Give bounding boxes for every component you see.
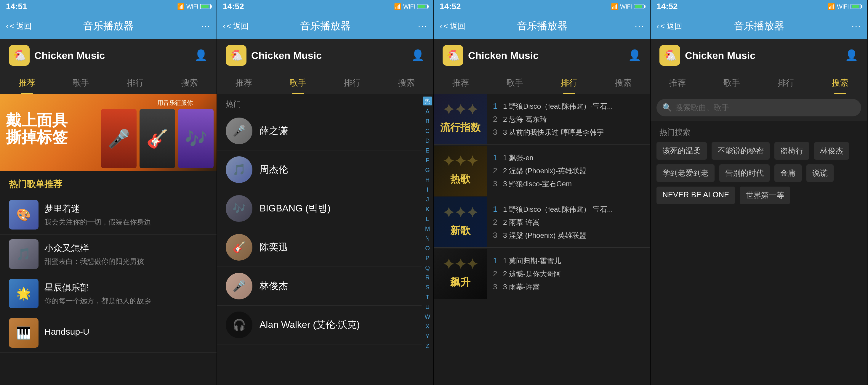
tab-charts-2[interactable]: 排行 bbox=[325, 72, 379, 94]
hot-label-2: 热门 bbox=[217, 94, 422, 111]
alpha-w[interactable]: W bbox=[425, 312, 430, 322]
alpha-p[interactable]: P bbox=[426, 253, 429, 263]
artist-name-lin: 林俊杰 bbox=[259, 280, 288, 293]
artist-xue[interactable]: 🎤 薛之谦 bbox=[217, 111, 422, 151]
tab-recommendations-2[interactable]: 推荐 bbox=[217, 72, 271, 94]
tab-charts-3[interactable]: 排行 bbox=[542, 72, 596, 94]
user-icon-2[interactable]: 👤 bbox=[411, 49, 425, 62]
tab-recommendations-4[interactable]: 推荐 bbox=[651, 72, 705, 94]
playlist-info-3: 星辰俱乐部 你的每一个远方，都是他人的故乡 bbox=[44, 282, 208, 306]
song-rising-2: 2 遗憾-是你大哥阿 bbox=[503, 269, 561, 279]
alpha-q[interactable]: Q bbox=[425, 263, 430, 273]
user-icon-1[interactable]: 👤 bbox=[194, 49, 208, 62]
more-button-3[interactable]: ··· bbox=[634, 21, 644, 32]
more-button-2[interactable]: ··· bbox=[418, 21, 428, 32]
rank-hot-3: 3 bbox=[493, 179, 500, 188]
chart-rising[interactable]: ✦✦✦ 飙升 1 1 莫问归期-霍雪儿 2 2 遗憾-是你大哥阿 3 bbox=[434, 249, 650, 299]
tab-charts-1[interactable]: 排行 bbox=[108, 72, 163, 94]
app-logo-2: 🐔 bbox=[226, 45, 246, 66]
alpha-h[interactable]: H bbox=[426, 175, 430, 185]
artist-bigbang[interactable]: 🎶 BIGBANG (빅뱅) bbox=[217, 189, 422, 228]
alpha-a[interactable]: A bbox=[426, 107, 429, 117]
hot-tag-3[interactable]: 林俊杰 bbox=[814, 142, 849, 160]
alpha-i[interactable]: I bbox=[427, 185, 428, 195]
rank-popular-1: 1 bbox=[493, 102, 500, 111]
alpha-m[interactable]: M bbox=[425, 224, 430, 234]
artist-zhou[interactable]: 🎵 周杰伦 bbox=[217, 151, 422, 189]
nav-bar-1: ‹ < 返回 音乐播放器 ··· bbox=[0, 13, 217, 39]
more-button-1[interactable]: ··· bbox=[201, 21, 211, 32]
hot-tag-8[interactable]: NEVER BE ALONE bbox=[656, 187, 735, 204]
tab-artists-2[interactable]: 歌手 bbox=[271, 72, 325, 94]
alpha-y[interactable]: Y bbox=[426, 331, 429, 341]
playlist-item-2[interactable]: 🎵 小众又怎样 甜蜜表白：我想做你的阳光男孩 bbox=[0, 234, 217, 274]
alpha-c[interactable]: C bbox=[426, 126, 430, 136]
alpha-z[interactable]: Z bbox=[426, 341, 429, 351]
alpha-t[interactable]: T bbox=[426, 292, 429, 302]
tab-artists-1[interactable]: 歌手 bbox=[54, 72, 108, 94]
artist-name-chen: 陈奕迅 bbox=[259, 241, 288, 254]
banner-1[interactable]: 戴上面具 撕掉标签 用音乐征服你 独家 🎤 🎸 🎶 bbox=[0, 94, 217, 171]
alpha-b[interactable]: B bbox=[426, 117, 429, 126]
playlist-name-4: Handsup-U bbox=[44, 327, 208, 337]
alpha-g[interactable]: G bbox=[425, 165, 430, 175]
alpha-hot[interactable]: 热 bbox=[423, 97, 432, 105]
song-new-3: 3 涅槃 (Phoenix)-英雄联盟 bbox=[503, 231, 586, 240]
alpha-d[interactable]: D bbox=[426, 136, 430, 146]
artist-lin[interactable]: 🎤 林俊杰 bbox=[217, 267, 422, 306]
alpha-s[interactable]: S bbox=[426, 283, 429, 292]
app-header-3: 🐔 Chicken Music 👤 bbox=[434, 39, 650, 72]
user-icon-4[interactable]: 👤 bbox=[845, 49, 858, 62]
chart-popular[interactable]: ✦✦✦ 流行指数 1 1 野狼Disco（feat.陈伟霆）-宝石... 2 2… bbox=[434, 94, 650, 145]
tab-search-4[interactable]: 搜索 bbox=[813, 72, 867, 94]
hot-tag-2[interactable]: 盗椅行 bbox=[774, 142, 809, 160]
alpha-l[interactable]: L bbox=[426, 214, 429, 224]
alpha-k[interactable]: K bbox=[426, 204, 429, 214]
playlist-item-3[interactable]: 🌟 星辰俱乐部 你的每一个远方，都是他人的故乡 bbox=[0, 274, 217, 313]
search-bar[interactable]: 🔍 搜索歌曲、歌手 bbox=[656, 99, 861, 117]
playlist-item-1[interactable]: 🎨 梦里着迷 我会关注你的一切，假装在你身边 bbox=[0, 195, 217, 234]
tab-charts-4[interactable]: 排行 bbox=[759, 72, 813, 94]
hot-tag-7[interactable]: 说谎 bbox=[806, 164, 834, 182]
back-button-3[interactable]: ‹ < 返回 bbox=[440, 21, 465, 31]
alpha-x[interactable]: X bbox=[426, 322, 429, 331]
hot-tag-4[interactable]: 学到老爱到老 bbox=[656, 164, 715, 182]
artist-alan[interactable]: 🎧 Alan Walker (艾伦·沃克) bbox=[217, 306, 422, 345]
back-button-4[interactable]: ‹ < 返回 bbox=[656, 21, 682, 31]
chart-hot[interactable]: ✦✦✦ 热歌 1 1 飙张-en 2 2 涅槃 (Phoenix)-英雄联盟 3 bbox=[434, 146, 650, 196]
hot-tags-container: 该死的温柔 不能说的秘密 盗椅行 林俊杰 学到老爱到老 告别的时代 金庸 说谎 … bbox=[651, 142, 867, 204]
hot-tag-1[interactable]: 不能说的秘密 bbox=[712, 142, 770, 160]
playlist-item-4[interactable]: 🎹 Handsup-U bbox=[0, 313, 217, 353]
alpha-o[interactable]: O bbox=[425, 244, 430, 253]
hot-tag-0[interactable]: 该死的温柔 bbox=[656, 142, 707, 160]
tab-bar-2: 推荐 歌手 排行 搜索 bbox=[217, 72, 433, 94]
tab-recommendations-1[interactable]: 推荐 bbox=[0, 72, 54, 94]
tab-search-1[interactable]: 搜索 bbox=[162, 72, 217, 94]
alpha-e[interactable]: E bbox=[426, 146, 429, 156]
alpha-j[interactable]: J bbox=[426, 195, 429, 204]
nav-title-1: 音乐播放器 bbox=[83, 19, 134, 33]
chart-new[interactable]: ✦✦✦ 新歌 1 1 野狼Disco（feat.陈伟霆）-宝石... 2 2 雨… bbox=[434, 197, 650, 248]
avatar-zhou: 🎵 bbox=[226, 156, 252, 183]
battery-2 bbox=[417, 4, 428, 9]
tab-artists-4[interactable]: 歌手 bbox=[705, 72, 759, 94]
playlist-name-2: 小众又怎样 bbox=[44, 242, 208, 254]
more-button-4[interactable]: ··· bbox=[851, 21, 861, 32]
tab-recommendations-3[interactable]: 推荐 bbox=[434, 72, 488, 94]
user-icon-3[interactable]: 👤 bbox=[628, 49, 641, 62]
artist-chen[interactable]: 🎸 陈奕迅 bbox=[217, 228, 422, 267]
tab-search-2[interactable]: 搜索 bbox=[379, 72, 433, 94]
alpha-f[interactable]: F bbox=[426, 156, 429, 165]
status-icons-1: 📶 WiFi bbox=[177, 3, 211, 10]
alphabet-index: 热 A B C D E F G H I J K L M N O P Q R S … bbox=[422, 94, 433, 385]
back-button-1[interactable]: ‹ < 返回 bbox=[6, 21, 32, 31]
hot-tag-6[interactable]: 金庸 bbox=[774, 164, 802, 182]
hot-tag-9[interactable]: 世界第一等 bbox=[740, 187, 790, 204]
hot-tag-5[interactable]: 告别的时代 bbox=[719, 164, 770, 182]
alpha-u[interactable]: U bbox=[426, 302, 430, 312]
alpha-r[interactable]: R bbox=[426, 273, 430, 283]
alpha-n[interactable]: N bbox=[426, 234, 430, 244]
tab-search-3[interactable]: 搜索 bbox=[596, 72, 650, 94]
tab-artists-3[interactable]: 歌手 bbox=[488, 72, 542, 94]
back-button-2[interactable]: ‹ < 返回 bbox=[223, 21, 249, 31]
